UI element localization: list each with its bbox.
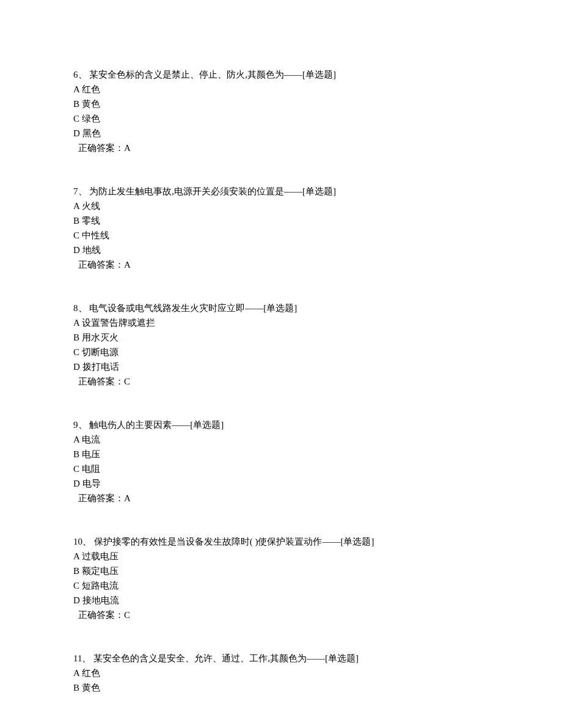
option-a: A 设置警告牌或遮拦 [73, 315, 489, 330]
question-text: 6、 某安全色标的含义是禁止、停止、防火,其颜色为——[单选题] [73, 67, 489, 82]
question-number: 11、 [73, 653, 91, 663]
option-d: D 电导 [73, 476, 489, 491]
question-text: 8、 电气设备或电气线路发生火灾时应立即——[单选题] [73, 301, 489, 315]
question-text: 9、 触电伤人的主要因素——[单选题] [73, 417, 489, 432]
option-c: C 电阻 [73, 461, 489, 476]
question-number: 7、 [73, 186, 87, 196]
question-text: 10、 保护接零的有效性是当设备发生故障时( )使保护装置动作——[单选题] [73, 534, 489, 549]
question-stem: 某安全色的含义是安全、允许、通过、工作,其颜色为——[单选题] [93, 653, 359, 663]
option-d: D 拨打电话 [73, 359, 489, 374]
question-number: 6、 [73, 70, 87, 79]
option-b: B 电压 [73, 447, 489, 461]
option-b: B 黄色 [73, 680, 489, 695]
option-b: B 额定电压 [73, 564, 489, 578]
option-d: D 接地电流 [73, 593, 489, 608]
option-b: B 用水灭火 [73, 330, 489, 345]
question-number: 8、 [73, 303, 87, 313]
question-6: 6、 某安全色标的含义是禁止、停止、防火,其颜色为——[单选题] A 红色 B … [73, 67, 489, 155]
option-c: C 中性线 [73, 228, 489, 243]
correct-answer: 正确答案：C [73, 608, 489, 622]
question-7: 7、 为防止发生触电事故,电源开关必须安装的位置是——[单选题] A 火线 B … [73, 184, 489, 272]
option-b: B 零线 [73, 213, 489, 228]
question-stem: 电气设备或电气线路发生火灾时应立即——[单选题] [89, 303, 297, 313]
option-b: B 黄色 [73, 97, 489, 111]
question-stem: 为防止发生触电事故,电源开关必须安装的位置是——[单选题] [89, 186, 336, 196]
document-content: 6、 某安全色标的含义是禁止、停止、防火,其颜色为——[单选题] A 红色 B … [73, 67, 489, 695]
question-10: 10、 保护接零的有效性是当设备发生故障时( )使保护装置动作——[单选题] A… [73, 534, 489, 622]
option-d: D 地线 [73, 243, 489, 257]
question-stem: 某安全色标的含义是禁止、停止、防火,其颜色为——[单选题] [89, 70, 336, 79]
question-9: 9、 触电伤人的主要因素——[单选题] A 电流 B 电压 C 电阻 D 电导 … [73, 417, 489, 506]
correct-answer: 正确答案：A [73, 491, 489, 506]
option-c: C 绿色 [73, 111, 489, 126]
option-a: A 电流 [73, 432, 489, 447]
question-text: 11、 某安全色的含义是安全、允许、通过、工作,其颜色为——[单选题] [73, 651, 489, 666]
correct-answer: 正确答案：A [73, 257, 489, 272]
option-a: A 红色 [73, 666, 489, 680]
correct-answer: 正确答案：C [73, 374, 489, 389]
question-stem: 保护接零的有效性是当设备发生故障时( )使保护装置动作——[单选题] [94, 537, 374, 546]
option-c: C 短路电流 [73, 578, 489, 593]
question-stem: 触电伤人的主要因素——[单选题] [89, 420, 224, 430]
question-number: 10、 [73, 537, 92, 546]
option-a: A 火线 [73, 199, 489, 213]
option-a: A 红色 [73, 82, 489, 97]
question-number: 9、 [73, 420, 87, 430]
option-a: A 过载电压 [73, 549, 489, 564]
correct-answer: 正确答案：A [73, 141, 489, 155]
option-c: C 切断电源 [73, 345, 489, 359]
question-11: 11、 某安全色的含义是安全、允许、通过、工作,其颜色为——[单选题] A 红色… [73, 651, 489, 695]
question-8: 8、 电气设备或电气线路发生火灾时应立即——[单选题] A 设置警告牌或遮拦 B… [73, 301, 489, 389]
option-d: D 黑色 [73, 126, 489, 141]
question-text: 7、 为防止发生触电事故,电源开关必须安装的位置是——[单选题] [73, 184, 489, 199]
